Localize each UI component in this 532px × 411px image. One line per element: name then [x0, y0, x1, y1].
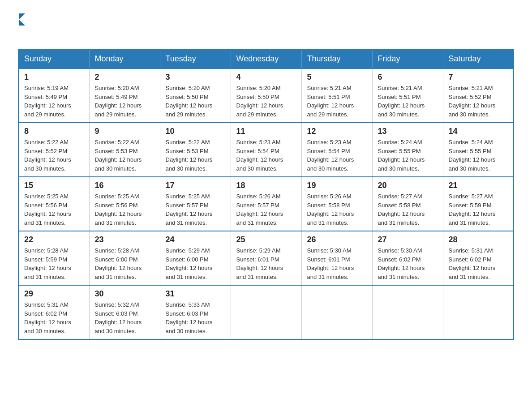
calendar-cell: 23 Sunrise: 5:28 AMSunset: 6:00 PMDaylig… — [89, 231, 160, 285]
day-number: 23 — [95, 235, 154, 244]
day-number: 1 — [24, 73, 84, 82]
day-number: 4 — [236, 73, 296, 82]
day-number: 8 — [24, 127, 84, 136]
day-info: Sunrise: 5:31 AMSunset: 6:02 PMDaylight:… — [449, 247, 496, 280]
weekday-header-sunday: Sunday — [18, 49, 89, 68]
weekday-header-row: SundayMondayTuesdayWednesdayThursdayFrid… — [18, 49, 514, 68]
weekday-header-tuesday: Tuesday — [160, 49, 231, 68]
day-number: 25 — [236, 235, 296, 244]
day-info: Sunrise: 5:29 AMSunset: 6:00 PMDaylight:… — [166, 247, 213, 280]
day-number: 21 — [449, 181, 508, 190]
day-info: Sunrise: 5:25 AMSunset: 5:57 PMDaylight:… — [166, 193, 213, 226]
day-number: 24 — [166, 235, 225, 244]
day-number: 6 — [378, 73, 438, 82]
day-number: 16 — [95, 181, 154, 190]
weekday-header-thursday: Thursday — [301, 49, 372, 68]
day-info: Sunrise: 5:30 AMSunset: 6:02 PMDaylight:… — [378, 247, 425, 280]
calendar-cell: 29 Sunrise: 5:31 AMSunset: 6:02 PMDaylig… — [18, 285, 89, 339]
calendar-cell — [443, 285, 514, 339]
day-info: Sunrise: 5:21 AMSunset: 5:51 PMDaylight:… — [378, 85, 425, 118]
calendar-cell: 2 Sunrise: 5:20 AMSunset: 5:49 PMDayligh… — [89, 68, 160, 123]
calendar-cell: 4 Sunrise: 5:20 AMSunset: 5:50 PMDayligh… — [231, 68, 301, 123]
day-info: Sunrise: 5:25 AMSunset: 5:56 PMDaylight:… — [95, 193, 142, 226]
day-info: Sunrise: 5:20 AMSunset: 5:50 PMDaylight:… — [166, 85, 213, 118]
weekday-header-friday: Friday — [372, 49, 443, 68]
calendar-cell: 3 Sunrise: 5:20 AMSunset: 5:50 PMDayligh… — [160, 68, 231, 123]
calendar-cell: 27 Sunrise: 5:30 AMSunset: 6:02 PMDaylig… — [372, 231, 443, 285]
day-info: Sunrise: 5:21 AMSunset: 5:52 PMDaylight:… — [449, 85, 496, 118]
calendar-cell: 31 Sunrise: 5:33 AMSunset: 6:03 PMDaylig… — [160, 285, 231, 339]
day-info: Sunrise: 5:31 AMSunset: 6:02 PMDaylight:… — [24, 301, 71, 334]
day-number: 28 — [449, 235, 508, 244]
day-number: 17 — [166, 181, 225, 190]
day-info: Sunrise: 5:24 AMSunset: 5:55 PMDaylight:… — [378, 139, 425, 172]
day-info: Sunrise: 5:32 AMSunset: 6:03 PMDaylight:… — [95, 301, 142, 334]
calendar-week-row: 22 Sunrise: 5:28 AMSunset: 5:59 PMDaylig… — [18, 231, 514, 285]
calendar-cell: 15 Sunrise: 5:25 AMSunset: 5:56 PMDaylig… — [18, 177, 89, 231]
day-info: Sunrise: 5:23 AMSunset: 5:54 PMDaylight:… — [307, 139, 354, 172]
day-number: 14 — [449, 127, 508, 136]
calendar-cell: 10 Sunrise: 5:22 AMSunset: 5:53 PMDaylig… — [160, 123, 231, 177]
calendar-cell: 1 Sunrise: 5:19 AMSunset: 5:49 PMDayligh… — [18, 68, 89, 123]
day-number: 18 — [236, 181, 296, 190]
day-number: 31 — [166, 289, 225, 299]
calendar-cell: 18 Sunrise: 5:26 AMSunset: 5:57 PMDaylig… — [231, 177, 301, 231]
calendar-cell: 13 Sunrise: 5:24 AMSunset: 5:55 PMDaylig… — [372, 123, 443, 177]
day-number: 13 — [378, 127, 438, 136]
day-info: Sunrise: 5:30 AMSunset: 6:01 PMDaylight:… — [307, 247, 354, 280]
day-number: 5 — [307, 73, 367, 82]
day-number: 29 — [24, 289, 84, 299]
weekday-header-saturday: Saturday — [443, 49, 514, 68]
day-info: Sunrise: 5:22 AMSunset: 5:53 PMDaylight:… — [95, 139, 142, 172]
calendar-cell: 28 Sunrise: 5:31 AMSunset: 6:02 PMDaylig… — [443, 231, 514, 285]
calendar-cell: 17 Sunrise: 5:25 AMSunset: 5:57 PMDaylig… — [160, 177, 231, 231]
calendar-cell: 14 Sunrise: 5:24 AMSunset: 5:55 PMDaylig… — [443, 123, 514, 177]
day-info: Sunrise: 5:25 AMSunset: 5:56 PMDaylight:… — [24, 193, 71, 226]
day-number: 10 — [166, 127, 225, 136]
calendar-cell — [301, 285, 372, 339]
day-info: Sunrise: 5:19 AMSunset: 5:49 PMDaylight:… — [24, 85, 71, 118]
calendar-cell: 25 Sunrise: 5:29 AMSunset: 6:01 PMDaylig… — [231, 231, 301, 285]
day-info: Sunrise: 5:27 AMSunset: 5:58 PMDaylight:… — [378, 193, 425, 226]
calendar-week-row: 1 Sunrise: 5:19 AMSunset: 5:49 PMDayligh… — [18, 68, 514, 123]
calendar-cell: 16 Sunrise: 5:25 AMSunset: 5:56 PMDaylig… — [89, 177, 160, 231]
calendar-cell — [372, 285, 443, 339]
day-number: 12 — [307, 127, 367, 136]
day-info: Sunrise: 5:33 AMSunset: 6:03 PMDaylight:… — [166, 301, 213, 334]
day-info: Sunrise: 5:22 AMSunset: 5:53 PMDaylight:… — [166, 139, 213, 172]
day-number: 27 — [378, 235, 438, 244]
day-info: Sunrise: 5:21 AMSunset: 5:51 PMDaylight:… — [307, 85, 354, 118]
calendar-cell: 9 Sunrise: 5:22 AMSunset: 5:53 PMDayligh… — [89, 123, 160, 177]
day-number: 22 — [24, 235, 84, 244]
calendar-week-row: 15 Sunrise: 5:25 AMSunset: 5:56 PMDaylig… — [18, 177, 514, 231]
weekday-header-monday: Monday — [89, 49, 160, 68]
day-info: Sunrise: 5:20 AMSunset: 5:50 PMDaylight:… — [236, 85, 283, 118]
calendar-cell: 22 Sunrise: 5:28 AMSunset: 5:59 PMDaylig… — [18, 231, 89, 285]
calendar-cell — [231, 285, 301, 339]
day-info: Sunrise: 5:26 AMSunset: 5:57 PMDaylight:… — [236, 193, 283, 226]
day-number: 20 — [378, 181, 438, 190]
day-info: Sunrise: 5:26 AMSunset: 5:58 PMDaylight:… — [307, 193, 354, 226]
calendar-week-row: 29 Sunrise: 5:31 AMSunset: 6:02 PMDaylig… — [18, 285, 514, 339]
calendar-cell: 7 Sunrise: 5:21 AMSunset: 5:52 PMDayligh… — [443, 68, 514, 123]
day-number: 7 — [449, 73, 508, 82]
calendar-cell: 26 Sunrise: 5:30 AMSunset: 6:01 PMDaylig… — [301, 231, 372, 285]
day-number: 3 — [166, 73, 225, 82]
day-number: 9 — [95, 127, 154, 136]
calendar-cell: 30 Sunrise: 5:32 AMSunset: 6:03 PMDaylig… — [89, 285, 160, 339]
day-number: 30 — [95, 289, 154, 299]
calendar-cell: 8 Sunrise: 5:22 AMSunset: 5:52 PMDayligh… — [18, 123, 89, 177]
calendar-cell: 24 Sunrise: 5:29 AMSunset: 6:00 PMDaylig… — [160, 231, 231, 285]
day-info: Sunrise: 5:28 AMSunset: 5:59 PMDaylight:… — [24, 247, 71, 280]
day-number: 26 — [307, 235, 367, 244]
day-info: Sunrise: 5:22 AMSunset: 5:52 PMDaylight:… — [24, 139, 71, 172]
calendar-cell: 20 Sunrise: 5:27 AMSunset: 5:58 PMDaylig… — [372, 177, 443, 231]
day-info: Sunrise: 5:27 AMSunset: 5:59 PMDaylight:… — [449, 193, 496, 226]
day-info: Sunrise: 5:28 AMSunset: 6:00 PMDaylight:… — [95, 247, 142, 280]
page-header — [18, 13, 514, 40]
day-number: 19 — [307, 181, 367, 190]
calendar-cell: 21 Sunrise: 5:27 AMSunset: 5:59 PMDaylig… — [443, 177, 514, 231]
day-info: Sunrise: 5:29 AMSunset: 6:01 PMDaylight:… — [236, 247, 283, 280]
calendar-cell: 6 Sunrise: 5:21 AMSunset: 5:51 PMDayligh… — [372, 68, 443, 123]
day-info: Sunrise: 5:24 AMSunset: 5:55 PMDaylight:… — [449, 139, 496, 172]
